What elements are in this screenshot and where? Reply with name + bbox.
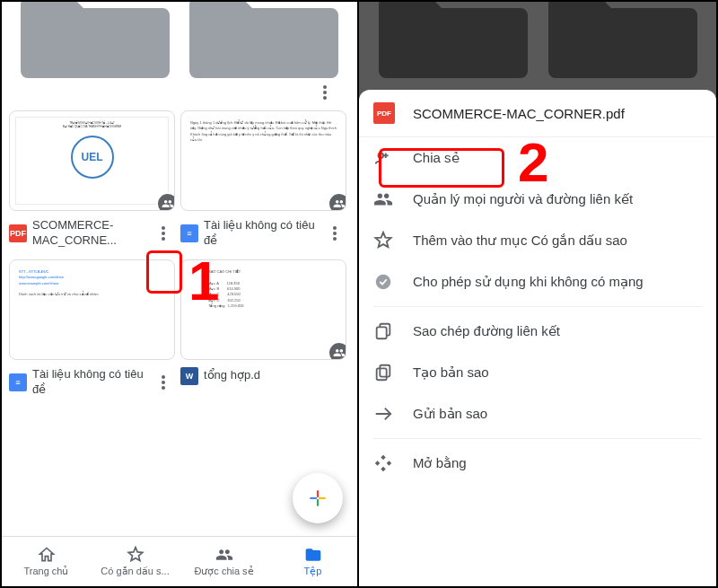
nav-starred[interactable]: Có gắn dấu s...: [91, 537, 180, 586]
file-more-icon[interactable]: [152, 222, 175, 245]
file-card[interactable]: STT - STTLB-ĐUChttp://www.google.com/dri…: [9, 259, 175, 403]
shared-icon: [328, 192, 346, 211]
file-more-icon[interactable]: [323, 222, 346, 245]
separator: [373, 306, 702, 307]
file-card[interactable]: BÁO CÁO CHI TIẾTMục A 118.350Mục B 614.9…: [180, 259, 346, 403]
svg-point-9: [162, 375, 165, 379]
nav-shared[interactable]: Được chia sẻ: [180, 537, 268, 586]
fab-add-button[interactable]: [293, 473, 343, 523]
sheet-title: SCOMMERCE-MAC_CORNER.pdf: [413, 106, 625, 121]
menu-open-with[interactable]: Mở bằng: [359, 443, 716, 484]
pdf-icon: PDF: [373, 102, 395, 124]
svg-point-12: [379, 154, 384, 159]
menu-offline[interactable]: Cho phép sử dụng khi không có mạng: [359, 261, 716, 303]
file-thumbnail: TRƯỜNG ĐẠI HỌC KINH TẾ - LUẬTĐẠI HỌC QUỐ…: [9, 110, 175, 211]
file-name: Tài liệu không có tiêu đề: [32, 367, 152, 398]
docs-icon: ≡: [9, 373, 27, 391]
svg-rect-16: [380, 365, 390, 377]
menu-copy-link[interactable]: Sao chép đường liên kết: [359, 311, 716, 352]
svg-point-7: [333, 232, 337, 235]
svg-point-11: [162, 386, 165, 390]
separator: [373, 438, 702, 439]
menu-label: Cho phép sử dụng khi không có mạng: [413, 274, 644, 290]
nav-files[interactable]: Tệp: [268, 537, 357, 586]
svg-point-6: [333, 226, 337, 230]
file-name: SCOMMERCE-MAC_CORNE...: [32, 218, 152, 249]
file-more-icon[interactable]: [152, 371, 175, 394]
menu-label: Quản lý mọi người và đường liên kết: [413, 191, 633, 207]
nav-label: Có gắn dấu s...: [101, 566, 169, 577]
drive-files-screen: TRƯỜNG ĐẠI HỌC KINH TẾ - LUẬTĐẠI HỌC QUỐ…: [2, 2, 359, 586]
sheet-header: PDF SCOMMERCE-MAC_CORNER.pdf: [359, 90, 716, 137]
svg-point-4: [162, 232, 165, 235]
menu-label: Mở bằng: [413, 455, 467, 471]
svg-point-5: [162, 237, 165, 241]
svg-rect-15: [377, 327, 387, 338]
folders-row: [2, 2, 357, 78]
nav-label: Được chia sẻ: [194, 566, 253, 577]
menu-make-copy[interactable]: Tạo bản sao: [359, 352, 716, 393]
file-thumbnail: STT - STTLB-ĐUChttp://www.google.com/dri…: [9, 259, 175, 360]
menu-share[interactable]: Chia sẻ: [359, 137, 716, 179]
file-name: Tài liệu không có tiêu đề: [204, 218, 323, 249]
svg-point-10: [162, 381, 165, 384]
svg-point-8: [333, 237, 337, 241]
nav-label: Trang chủ: [23, 566, 68, 577]
folder[interactable]: [188, 2, 340, 78]
context-menu-screen: PDF SCOMMERCE-MAC_CORNER.pdf Chia sẻ Quả…: [359, 2, 716, 586]
folders-row-dimmed: [359, 2, 716, 78]
svg-point-0: [323, 85, 327, 89]
menu-label: Tạo bản sao: [413, 364, 489, 381]
menu-manage-people[interactable]: Quản lý mọi người và đường liên kết: [359, 179, 716, 220]
file-card[interactable]: Ngày 1 tháng 1 dương lịch. Để từ đó lấy …: [180, 110, 346, 254]
menu-send-copy[interactable]: Gửi bản sao: [359, 393, 716, 434]
menu-label: Thêm vào thư mục Có gắn dấu sao: [413, 233, 627, 249]
file-thumbnail: BÁO CÁO CHI TIẾTMục A 118.350Mục B 614.9…: [180, 259, 346, 360]
file-name: tổng hợp.d: [204, 368, 346, 383]
menu-add-star[interactable]: Thêm vào thư mục Có gắn dấu sao: [359, 220, 716, 261]
menu-label: Chia sẻ: [413, 150, 460, 166]
menu-label: Gửi bản sao: [413, 406, 487, 422]
shared-icon: [328, 341, 346, 360]
files-grid: TRƯỜNG ĐẠI HỌC KINH TẾ - LUẬTĐẠI HỌC QUỐ…: [2, 105, 357, 403]
word-icon: W: [180, 367, 198, 385]
bottom-sheet: PDF SCOMMERCE-MAC_CORNER.pdf Chia sẻ Quả…: [359, 90, 716, 586]
file-card[interactable]: TRƯỜNG ĐẠI HỌC KINH TẾ - LUẬTĐẠI HỌC QUỐ…: [9, 110, 175, 254]
nav-home[interactable]: Trang chủ: [2, 537, 91, 586]
menu-label: Sao chép đường liên kết: [413, 323, 560, 339]
svg-rect-17: [377, 368, 387, 380]
pdf-icon: PDF: [9, 224, 27, 242]
folder[interactable]: [19, 2, 171, 78]
shared-icon: [156, 192, 175, 211]
svg-point-1: [323, 91, 327, 94]
svg-point-2: [323, 96, 327, 100]
svg-point-13: [376, 275, 391, 290]
folder-more-icon[interactable]: [312, 80, 337, 105]
bottom-nav: Trang chủ Có gắn dấu s... Được chia sẻ T…: [2, 536, 357, 586]
file-thumbnail: Ngày 1 tháng 1 dương lịch. Để từ đó lấy …: [180, 110, 346, 211]
nav-label: Tệp: [304, 566, 322, 577]
docs-icon: ≡: [180, 224, 198, 242]
svg-point-3: [162, 226, 165, 230]
